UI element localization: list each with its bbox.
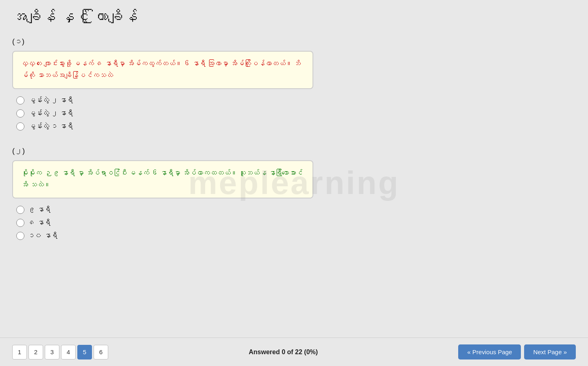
option-label-1-2: မွန်းလွဲ ၁ နာရီ	[28, 122, 73, 131]
pagination: 1 2 3 4 5 6	[12, 345, 108, 359]
answered-status: Answered 0 of 22 (0%)	[108, 349, 458, 356]
question-block-1: (၁) လှလှက ကျောင်းသွားဖို့ မနက် ၈ နာရီမှာ…	[12, 37, 576, 131]
option-item-1-1[interactable]: မွန်းလွဲ ၂ နာရီ	[16, 109, 576, 118]
next-page-button[interactable]: Next Page »	[524, 344, 576, 359]
option-label-2-1: ၈ နာရီ	[28, 219, 50, 227]
option-item-1-0[interactable]: မွန်းလွဲ ၂ နာရီ	[16, 96, 576, 105]
radio-q2-1[interactable]	[16, 219, 24, 227]
option-item-1-2[interactable]: မွန်းလွဲ ၁ နာရီ	[16, 122, 576, 131]
radio-q1-2[interactable]	[16, 122, 24, 131]
question-block-2: (၂) မိုးမိုးက ဉ ၉ နာရီ မှာ အိပ်ရာဝင်ပြီး…	[12, 147, 576, 240]
page-btn-3[interactable]: 3	[45, 345, 59, 359]
radio-q1-0[interactable]	[16, 96, 24, 105]
question-number-1: (၁)	[12, 37, 576, 46]
radio-q2-0[interactable]	[16, 206, 24, 214]
radio-q1-1[interactable]	[16, 109, 24, 118]
question-number-2: (၂)	[12, 147, 576, 155]
option-item-2-2[interactable]: ၁၀ နာရီ	[16, 232, 576, 240]
option-list-2: ၉ နာရီ ၈ နာရီ ၁၀ နာရီ	[12, 206, 576, 240]
radio-q2-2[interactable]	[16, 232, 24, 240]
option-label-1-0: မွန်းလွဲ ၂ နာရီ	[28, 96, 73, 105]
question-text-box-1: လှလှက ကျောင်းသွားဖို့ မနက် ၈ နာရီမှာ အိမ…	[12, 51, 313, 89]
bottom-bar: 1 2 3 4 5 6 Answered 0 of 22 (0%) « Prev…	[0, 338, 588, 366]
page-container: အချိန် နှင့် ကြာချိန် (၁) လှလှက ကျောင်းသ…	[0, 0, 588, 366]
option-item-2-1[interactable]: ၈ နာရီ	[16, 219, 576, 227]
page-btn-1[interactable]: 1	[12, 345, 27, 359]
question-text-box-2: မိုးမိုးက ဉ ၉ နာရီ မှာ အိပ်ရာဝင်ပြီး မနက…	[12, 160, 313, 198]
option-item-2-0[interactable]: ၉ နာရီ	[16, 206, 576, 214]
prev-page-button[interactable]: « Previous Page	[458, 344, 521, 359]
option-label-2-0: ၉ နာရီ	[28, 206, 50, 214]
page-btn-2[interactable]: 2	[28, 345, 43, 359]
page-title: အချိန် နှင့် ကြာချိန်	[12, 8, 576, 25]
page-btn-6[interactable]: 6	[94, 345, 108, 359]
page-btn-5[interactable]: 5	[77, 345, 92, 359]
page-btn-4[interactable]: 4	[61, 345, 76, 359]
option-label-2-2: ၁၀ နာရီ	[28, 232, 57, 240]
option-label-1-1: မွန်းလွဲ ၂ နာရီ	[28, 109, 73, 118]
option-list-1: မွန်းလွဲ ၂ နာရီ မွန်းလွဲ ၂ နာရီ မွန်းလွဲ…	[12, 96, 576, 131]
nav-buttons: « Previous Page Next Page »	[458, 344, 576, 359]
